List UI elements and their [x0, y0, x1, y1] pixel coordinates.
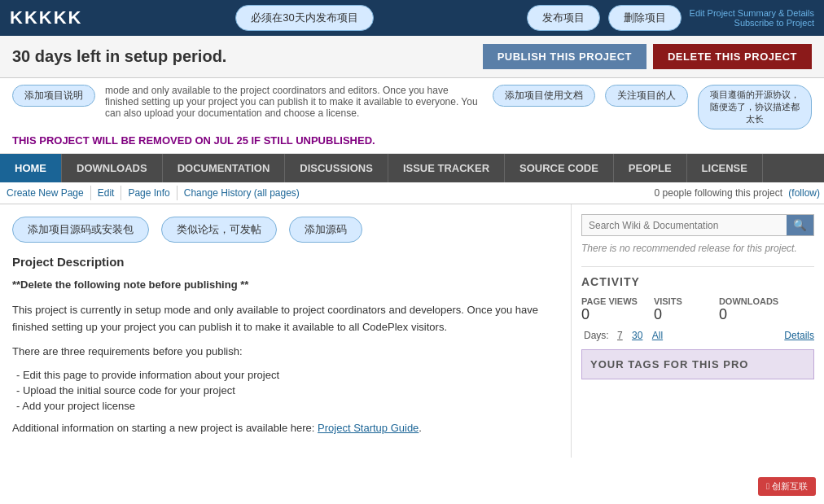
edit-project-link[interactable]: Edit Project Summary & Details	[690, 8, 814, 18]
bubble-add-followers: 关注项目的人	[605, 85, 688, 107]
days-label: Days:	[584, 330, 609, 341]
project-desc-title: Project Description	[12, 255, 559, 269]
nav-tabs: HOME DOWNLOADS DOCUMENTATION DISCUSSIONS…	[0, 154, 824, 182]
tags-section: YOUR TAGS FOR THIS PRO	[581, 349, 814, 379]
tab-discussions[interactable]: DISCUSSIONS	[285, 154, 388, 182]
downloads-label: DOWNLOADS	[719, 296, 778, 306]
follow-bar: 0 people following this project (follow)	[655, 187, 824, 199]
follow-count: 0 people following this project	[655, 187, 782, 199]
content-para2: There are three requirements before you …	[12, 344, 559, 361]
bubble-add-license: 项目遵循的开源协议，随便选了，协议描述都太长	[698, 85, 812, 129]
bubble-add-source: 添加项目源码或安装包	[12, 217, 149, 243]
subscribe-link[interactable]: Subscribe to Project	[734, 18, 814, 28]
tab-source-code[interactable]: SOURCE CODE	[505, 154, 614, 182]
page-views-value: 0	[581, 306, 638, 323]
tab-issue-tracker[interactable]: ISSUE TRACKER	[388, 154, 505, 182]
days-all-link[interactable]: All	[652, 330, 663, 341]
tab-home[interactable]: HOME	[0, 154, 62, 182]
visits-label: VISITS	[654, 296, 703, 306]
bubble-must-publish: 必须在30天内发布项目	[235, 5, 373, 31]
info-text: mode and only available to the project c…	[105, 85, 483, 119]
list-item-2: Upload the initial source code for your …	[16, 384, 559, 397]
search-button[interactable]: 🔍	[787, 215, 813, 235]
no-release-text: There is no recommended release for this…	[581, 243, 814, 254]
list-item-3: Add your project license	[16, 400, 559, 412]
search-input[interactable]	[582, 215, 787, 235]
days-7-link[interactable]: 7	[617, 330, 623, 341]
site-logo[interactable]: KKKKK	[10, 7, 82, 28]
tab-downloads[interactable]: DOWNLOADS	[62, 154, 163, 182]
warning-text: THIS PROJECT WILL BE REMOVED ON JUL 25 I…	[12, 134, 812, 147]
page-info-link[interactable]: Page Info	[121, 186, 177, 200]
tab-license[interactable]: LICENSE	[687, 154, 763, 182]
bubble-add-doc: 添加项目使用文档	[493, 85, 595, 107]
downloads-value: 0	[719, 306, 778, 323]
visits-value: 0	[654, 306, 703, 323]
create-new-page-link[interactable]: Create New Page	[0, 186, 91, 200]
bubble-add-desc: 添加项目说明	[12, 85, 95, 107]
startup-guide-link[interactable]: Project Startup Guide	[318, 422, 419, 434]
tab-documentation[interactable]: DOCUMENTATION	[163, 154, 286, 182]
edit-link[interactable]: Edit	[91, 186, 122, 200]
search-box: 🔍	[581, 214, 814, 236]
bubble-delete-project: 删除项目	[608, 5, 682, 31]
note-title: **Delete the following note before publi…	[12, 277, 559, 294]
bubble-add-code: 添加源码	[289, 217, 362, 243]
change-history-link[interactable]: Change History (all pages)	[178, 186, 306, 200]
content-para3: Additional information on starting a new…	[12, 420, 559, 437]
banner-text: 30 days left in setup period.	[12, 47, 226, 66]
activity-title: ACTIVITY	[581, 275, 814, 288]
bubble-forum: 类似论坛，可发帖	[161, 217, 277, 243]
page-views-label: PAGE VIEWS	[581, 296, 638, 306]
details-link[interactable]: Details	[784, 330, 814, 341]
bubble-publish-project: 发布项目	[527, 5, 600, 31]
content-list: Edit this page to provide information ab…	[16, 369, 559, 412]
content-para1: This project is currently in setup mode …	[12, 302, 559, 336]
delete-button[interactable]: DELETE THIS PROJECT	[653, 44, 812, 69]
follow-link[interactable]: (follow)	[788, 187, 820, 199]
list-item-1: Edit this page to provide information ab…	[16, 369, 559, 381]
publish-button[interactable]: PUBLISH THIS PROJECT	[483, 44, 646, 69]
tags-title: YOUR TAGS FOR THIS PRO	[590, 358, 805, 370]
days-30-link[interactable]: 30	[632, 330, 642, 341]
tab-people[interactable]: PEOPLE	[614, 154, 687, 182]
